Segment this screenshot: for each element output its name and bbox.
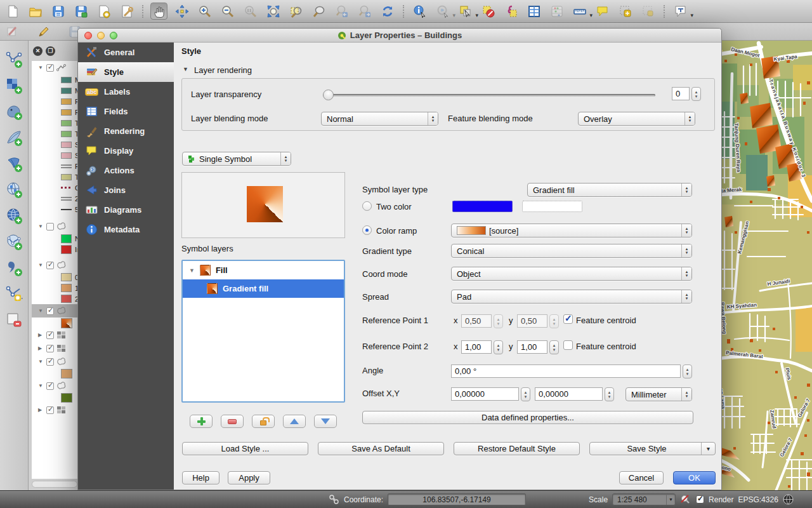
run-feature-action-icon[interactable] [434,3,451,20]
collapse-triangle-icon[interactable]: ▼ [183,66,188,72]
new-composer-icon[interactable] [95,3,112,20]
layer-checkbox[interactable] [46,358,54,366]
two-color-radio[interactable] [362,201,372,211]
zoom-window-icon[interactable] [110,32,117,39]
zoom-native-icon[interactable] [242,3,259,20]
symbol-tree-child-row[interactable]: Gradient fill [183,279,344,298]
add-mssql-layer-icon[interactable] [5,155,23,173]
ref2-y-field[interactable]: 1,00 [517,340,547,354]
layer-rendering-section-label[interactable]: Layer rendering [194,65,252,75]
layer-row-selected[interactable]: ▼ [32,304,77,318]
offset-y-field[interactable]: 0,00000 [535,387,603,401]
add-raster-layer-icon[interactable] [5,77,23,95]
move-down-button[interactable] [314,415,337,428]
dialog-titlebar[interactable]: Layer Properties – Buildings [78,29,721,43]
layer-checkbox[interactable] [46,331,54,339]
symbol-layer-type-dropdown[interactable]: Gradient fill [527,183,692,197]
offset-unit-dropdown[interactable]: Millimeter [625,387,692,401]
save-project-icon[interactable] [49,3,67,20]
expand-icon[interactable]: ▼ [38,359,44,364]
offset-y-stepper[interactable] [605,387,614,401]
ref1-feature-centroid-checkbox[interactable] [563,314,573,324]
ok-button[interactable]: OK [673,471,716,485]
expand-icon[interactable]: ▼ [38,224,44,229]
expand-icon[interactable]: ▶ [38,332,44,338]
close-panel-icon[interactable]: ✕ [33,46,43,56]
layer-row[interactable]: ▼ [32,220,77,233]
layer-row[interactable]: ▶ [32,342,77,355]
render-checkbox[interactable] [696,495,704,504]
map-canvas[interactable]: gor Daan Mogot Kyai Tapa Transjakarta Bu… [712,41,812,490]
expand-icon[interactable]: ▶ [38,407,44,413]
add-wfs-layer-icon[interactable] [5,233,23,251]
sidebar-item-diagrams[interactable]: Diagrams [78,200,174,220]
deselect-features-icon[interactable] [480,3,497,20]
dropdown-arrow-icon[interactable] [701,443,715,455]
offset-x-stepper[interactable] [521,387,530,401]
ref2-feature-centroid-checkbox[interactable] [563,340,573,350]
remove-layer-icon[interactable] [5,311,23,329]
layer-checkbox[interactable] [46,64,54,72]
layers-tree[interactable]: ▼ M M P P T T S S R T C 2 5 ▼ N In ▼ 0 1… [32,61,77,479]
zoom-out-icon[interactable] [219,3,236,20]
ref2-x-stepper[interactable] [494,340,503,354]
layer-row[interactable]: ▼ [32,258,77,272]
zoom-next-icon[interactable] [356,3,373,20]
coordinate-field[interactable]: 106.83507,-6.17149 [388,493,526,505]
ref2-x-field[interactable]: 1,00 [461,340,492,354]
layer-row[interactable]: ▶ [32,403,77,417]
sidebar-item-metadata[interactable]: Metadata [78,220,174,239]
angle-field[interactable]: 0,00 ° [451,364,681,378]
layer-row[interactable]: ▼ [32,61,77,74]
sidebar-item-general[interactable]: General [78,43,174,62]
color-two-swatch[interactable] [522,201,582,212]
expand-icon[interactable]: ▶ [38,345,44,351]
save-as-default-button[interactable]: Save As Default [318,442,444,455]
sidebar-item-actions[interactable]: Actions [78,161,174,180]
ref1-y-field[interactable]: 0,50 [517,314,547,328]
color-ramp-dropdown[interactable]: [source] [451,224,692,237]
pan-to-selection-icon[interactable] [173,3,190,20]
angle-stepper[interactable] [683,364,692,378]
select-by-expression-icon[interactable] [502,3,520,20]
offset-x-field[interactable]: 0,00000 [451,387,519,401]
new-shapefile-layer-icon[interactable] [5,285,23,303]
composer-manager-icon[interactable] [118,3,135,20]
color-one-swatch[interactable] [452,201,513,212]
open-attribute-table-icon[interactable] [525,3,542,20]
sidebar-item-style[interactable]: Style [78,62,174,82]
layer-row[interactable]: ▼ [32,379,77,392]
transparency-value-field[interactable]: 0 [672,87,690,100]
renderer-dropdown[interactable]: Single Symbol [182,152,291,166]
expand-icon[interactable]: ▼ [38,308,44,314]
layer-checkbox[interactable] [46,406,54,414]
save-project-as-icon[interactable] [72,3,89,20]
cancel-button[interactable]: Cancel [619,471,664,485]
move-up-button[interactable] [283,415,306,428]
zoom-full-icon[interactable] [265,3,282,20]
text-annotation-icon[interactable] [672,3,689,20]
feature-blending-dropdown[interactable]: Overlay [578,112,695,126]
restore-default-style-button[interactable]: Restore Default Style [454,442,580,455]
symbol-layers-tree[interactable]: ▼ Fill Gradient fill [181,260,345,403]
open-project-icon[interactable] [27,3,44,20]
new-project-icon[interactable] [4,3,21,20]
add-vector-layer-icon[interactable] [5,51,23,69]
expand-icon[interactable]: ▼ [189,267,195,274]
load-style-button[interactable]: Load Style ... [182,442,308,455]
add-postgis-layer-icon[interactable] [5,103,23,121]
scale-dropdown[interactable]: 1:25 480▾ [612,493,676,505]
layer-blending-dropdown[interactable]: Normal [321,112,438,126]
sidebar-item-rendering[interactable]: Rendering [78,121,174,141]
help-button[interactable]: Help [182,471,219,485]
sidebar-item-display[interactable]: Display [78,141,174,161]
stop-render-icon[interactable] [680,494,691,505]
spread-dropdown[interactable]: Pad [451,290,692,304]
zoom-to-selection-icon[interactable] [287,3,304,20]
transparency-slider[interactable] [323,94,655,97]
select-features-icon[interactable] [457,3,474,20]
close-window-icon[interactable] [84,32,92,39]
layer-checkbox[interactable] [46,262,54,269]
layer-checkbox[interactable] [46,345,54,352]
layer-row[interactable]: ▶ [32,328,77,342]
